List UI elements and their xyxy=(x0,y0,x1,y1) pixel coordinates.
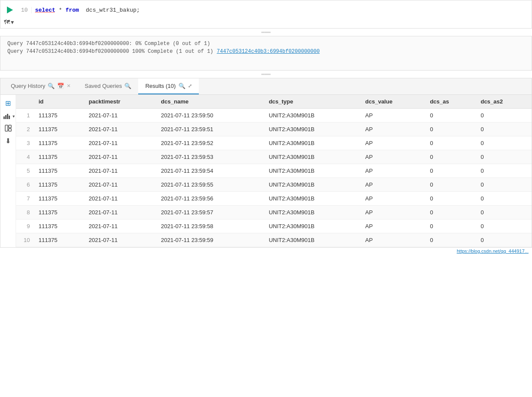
cell-dcs-name: 2021-07-11 23:59:52 xyxy=(156,136,264,150)
bottom-panel: Query History 🔍 📅 ✕ Saved Queries 🔍 Resu… xyxy=(0,78,532,248)
row-number: 10 xyxy=(16,233,33,247)
cell-dcs-as2: 0 xyxy=(475,123,532,136)
cell-dcs-as2: 0 xyxy=(475,150,532,164)
cell-dcs-as: 0 xyxy=(425,206,475,219)
svg-rect-4 xyxy=(5,125,8,131)
svg-rect-6 xyxy=(9,129,11,131)
cell-dcs-name: 2021-07-11 23:59:55 xyxy=(156,178,264,192)
cell-dcs-value: AP xyxy=(360,219,425,233)
cell-dcs-as2: 0 xyxy=(475,233,532,247)
tab-results[interactable]: Results (10) 🔍 ⤢ xyxy=(138,78,198,94)
cell-dcs-type: UNIT2:A30M901B xyxy=(263,206,360,219)
cell-id: 111375 xyxy=(33,109,84,123)
cell-id: 111375 xyxy=(33,150,84,164)
table-row: 21113752021-07-112021-07-11 23:59:51UNIT… xyxy=(16,123,532,136)
cell-dcs-name: 2021-07-11 23:59:53 xyxy=(156,150,264,164)
cell-dcs-as: 0 xyxy=(425,136,475,150)
sql-table: dcs_wtr31_bakup; xyxy=(79,7,139,13)
row-number: 8 xyxy=(16,206,33,219)
cell-id: 111375 xyxy=(33,219,84,233)
tab-results-label: Results (10) xyxy=(145,83,175,89)
cell-dcs-as: 0 xyxy=(425,192,475,206)
table-row: 81113752021-07-112021-07-11 23:59:57UNIT… xyxy=(16,206,532,219)
cell-dcs-type: UNIT2:A30M901B xyxy=(263,136,360,150)
layout-view-button[interactable] xyxy=(3,124,13,132)
cell-packtimestr: 2021-07-11 xyxy=(84,178,156,192)
map-dropdown-icon: ▾ xyxy=(11,19,14,26)
svg-rect-3 xyxy=(9,116,10,119)
cell-id: 111375 xyxy=(33,164,84,178)
table-row: 11113752021-07-112021-07-11 23:59:50UNIT… xyxy=(16,109,532,123)
cell-packtimestr: 2021-07-11 xyxy=(84,150,156,164)
cell-dcs-value: AP xyxy=(360,136,425,150)
download-button[interactable]: ⬇ xyxy=(3,136,13,146)
calendar-icon-history[interactable]: 📅 xyxy=(57,83,64,89)
divider-2[interactable]: ═══ xyxy=(0,71,532,78)
cell-packtimestr: 2021-07-11 xyxy=(84,219,156,233)
cell-id: 111375 xyxy=(33,178,84,192)
results-container: ⊞ ▾ ⬇ xyxy=(0,95,532,247)
tab-query-history-label: Query History xyxy=(11,83,45,89)
cell-dcs-as: 0 xyxy=(425,178,475,192)
cell-dcs-type: UNIT2:A30M901B xyxy=(263,192,360,206)
row-number: 9 xyxy=(16,219,33,233)
cell-dcs-type: UNIT2:A30M901B xyxy=(263,123,360,136)
table-row: 91113752021-07-112021-07-11 23:59:58UNIT… xyxy=(16,219,532,233)
chart-dropdown-icon[interactable]: ▾ xyxy=(13,114,15,119)
col-header-dcs-type[interactable]: dcs_type xyxy=(263,95,360,109)
search-icon-results[interactable]: 🔍 xyxy=(178,83,185,89)
col-header-dcs-value[interactable]: dcs_value xyxy=(360,95,425,109)
tab-saved-queries[interactable]: Saved Queries 🔍 xyxy=(78,78,138,94)
search-icon-history[interactable]: 🔍 xyxy=(48,83,55,89)
cell-dcs-name: 2021-07-11 23:59:56 xyxy=(156,192,264,206)
query-log-line-2: Query 7447c053124c40b3:6994bf0200000000 … xyxy=(7,48,525,55)
footer-link[interactable]: https://blog.csdn.net/qq_444917... xyxy=(0,248,532,255)
table-row: 41113752021-07-112021-07-11 23:59:53UNIT… xyxy=(16,150,532,164)
cell-dcs-as2: 0 xyxy=(475,136,532,150)
cell-packtimestr: 2021-07-11 xyxy=(84,109,156,123)
cell-dcs-as2: 0 xyxy=(475,192,532,206)
keyword-from: from xyxy=(65,7,79,13)
col-header-dcs-as2[interactable]: dcs_as2 xyxy=(475,95,532,109)
cell-dcs-type: UNIT2:A30M901B xyxy=(263,164,360,178)
cell-id: 111375 xyxy=(33,136,84,150)
cell-dcs-value: AP xyxy=(360,192,425,206)
table-row: 61113752021-07-112021-07-11 23:59:55UNIT… xyxy=(16,178,532,192)
cell-packtimestr: 2021-07-11 xyxy=(84,136,156,150)
run-button[interactable] xyxy=(4,4,16,16)
col-header-dcs-as[interactable]: dcs_as xyxy=(425,95,475,109)
cell-dcs-as2: 0 xyxy=(475,164,532,178)
chart-view-button[interactable] xyxy=(1,112,12,120)
tab-query-history[interactable]: Query History 🔍 📅 ✕ xyxy=(4,78,78,94)
cell-dcs-type: UNIT2:A30M901B xyxy=(263,233,360,247)
play-icon xyxy=(7,6,13,13)
col-header-id[interactable]: id xyxy=(33,95,84,109)
map-button[interactable]: 🗺 ▾ xyxy=(4,19,14,26)
cell-dcs-name: 2021-07-11 23:59:57 xyxy=(156,206,264,219)
cell-packtimestr: 2021-07-11 xyxy=(84,192,156,206)
cell-dcs-value: AP xyxy=(360,109,425,123)
cell-dcs-as: 0 xyxy=(425,164,475,178)
results-table: id packtimestr dcs_name dcs_type dcs_val… xyxy=(16,95,532,247)
grid-view-button[interactable]: ⊞ xyxy=(3,98,13,108)
table-row: 101113752021-07-112021-07-11 23:59:59UNI… xyxy=(16,233,532,247)
expand-icon-results[interactable]: ⤢ xyxy=(188,83,192,89)
cell-dcs-as: 0 xyxy=(425,219,475,233)
col-header-packtimestr[interactable]: packtimestr xyxy=(84,95,156,109)
cell-dcs-type: UNIT2:A30M901B xyxy=(263,150,360,164)
query-id-link[interactable]: 7447c053124c40b3:6994bf0200000000 xyxy=(217,48,320,55)
keyword-select: select xyxy=(35,7,55,13)
col-header-dcs-name[interactable]: dcs_name xyxy=(156,95,264,109)
cell-dcs-value: AP xyxy=(360,164,425,178)
col-header-rownum xyxy=(16,95,33,109)
cell-dcs-as: 0 xyxy=(425,109,475,123)
table-row: 31113752021-07-112021-07-11 23:59:52UNIT… xyxy=(16,136,532,150)
search-icon-saved[interactable]: 🔍 xyxy=(124,83,131,89)
cell-id: 111375 xyxy=(33,123,84,136)
divider-1[interactable]: ═══ xyxy=(0,29,532,36)
cell-dcs-value: AP xyxy=(360,150,425,164)
svg-rect-0 xyxy=(3,116,5,119)
row-number: 5 xyxy=(16,164,33,178)
close-icon-history[interactable]: ✕ xyxy=(67,83,71,89)
query-log-line-1: Query 7447c053124c40b3:6994bf0200000000:… xyxy=(7,41,525,47)
